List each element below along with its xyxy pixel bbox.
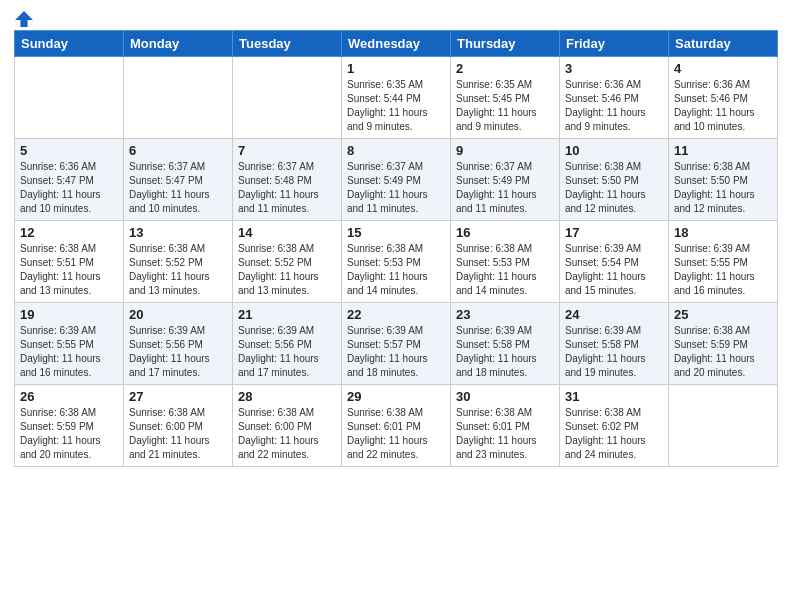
- calendar-cell: 16Sunrise: 6:38 AM Sunset: 5:53 PM Dayli…: [451, 221, 560, 303]
- day-info: Sunrise: 6:38 AM Sunset: 6:02 PM Dayligh…: [565, 406, 663, 462]
- day-info: Sunrise: 6:38 AM Sunset: 6:00 PM Dayligh…: [129, 406, 227, 462]
- calendar-cell: 26Sunrise: 6:38 AM Sunset: 5:59 PM Dayli…: [15, 385, 124, 467]
- day-number: 21: [238, 307, 336, 322]
- day-number: 15: [347, 225, 445, 240]
- weekday-header-row: SundayMondayTuesdayWednesdayThursdayFrid…: [15, 31, 778, 57]
- day-info: Sunrise: 6:37 AM Sunset: 5:47 PM Dayligh…: [129, 160, 227, 216]
- day-info: Sunrise: 6:39 AM Sunset: 5:56 PM Dayligh…: [238, 324, 336, 380]
- calendar-cell: 10Sunrise: 6:38 AM Sunset: 5:50 PM Dayli…: [560, 139, 669, 221]
- day-info: Sunrise: 6:37 AM Sunset: 5:49 PM Dayligh…: [456, 160, 554, 216]
- calendar-cell: 2Sunrise: 6:35 AM Sunset: 5:45 PM Daylig…: [451, 57, 560, 139]
- calendar-week-row: 26Sunrise: 6:38 AM Sunset: 5:59 PM Dayli…: [15, 385, 778, 467]
- calendar-cell: 23Sunrise: 6:39 AM Sunset: 5:58 PM Dayli…: [451, 303, 560, 385]
- calendar-week-row: 5Sunrise: 6:36 AM Sunset: 5:47 PM Daylig…: [15, 139, 778, 221]
- day-info: Sunrise: 6:38 AM Sunset: 5:50 PM Dayligh…: [565, 160, 663, 216]
- calendar-cell: [233, 57, 342, 139]
- day-number: 8: [347, 143, 445, 158]
- day-info: Sunrise: 6:38 AM Sunset: 5:52 PM Dayligh…: [238, 242, 336, 298]
- day-info: Sunrise: 6:39 AM Sunset: 5:56 PM Dayligh…: [129, 324, 227, 380]
- day-info: Sunrise: 6:39 AM Sunset: 5:54 PM Dayligh…: [565, 242, 663, 298]
- calendar-cell: 4Sunrise: 6:36 AM Sunset: 5:46 PM Daylig…: [669, 57, 778, 139]
- day-info: Sunrise: 6:38 AM Sunset: 6:00 PM Dayligh…: [238, 406, 336, 462]
- day-number: 18: [674, 225, 772, 240]
- day-number: 30: [456, 389, 554, 404]
- day-number: 28: [238, 389, 336, 404]
- day-info: Sunrise: 6:39 AM Sunset: 5:58 PM Dayligh…: [565, 324, 663, 380]
- calendar-cell: 17Sunrise: 6:39 AM Sunset: 5:54 PM Dayli…: [560, 221, 669, 303]
- day-number: 31: [565, 389, 663, 404]
- day-info: Sunrise: 6:38 AM Sunset: 5:51 PM Dayligh…: [20, 242, 118, 298]
- calendar-cell: 5Sunrise: 6:36 AM Sunset: 5:47 PM Daylig…: [15, 139, 124, 221]
- day-number: 9: [456, 143, 554, 158]
- calendar-cell: 13Sunrise: 6:38 AM Sunset: 5:52 PM Dayli…: [124, 221, 233, 303]
- header: [14, 10, 778, 26]
- day-info: Sunrise: 6:35 AM Sunset: 5:44 PM Dayligh…: [347, 78, 445, 134]
- day-info: Sunrise: 6:38 AM Sunset: 6:01 PM Dayligh…: [456, 406, 554, 462]
- weekday-header-friday: Friday: [560, 31, 669, 57]
- calendar-cell: 15Sunrise: 6:38 AM Sunset: 5:53 PM Dayli…: [342, 221, 451, 303]
- calendar-cell: 21Sunrise: 6:39 AM Sunset: 5:56 PM Dayli…: [233, 303, 342, 385]
- day-info: Sunrise: 6:36 AM Sunset: 5:46 PM Dayligh…: [565, 78, 663, 134]
- calendar-week-row: 19Sunrise: 6:39 AM Sunset: 5:55 PM Dayli…: [15, 303, 778, 385]
- page-container: SundayMondayTuesdayWednesdayThursdayFrid…: [0, 0, 792, 473]
- calendar-cell: 29Sunrise: 6:38 AM Sunset: 6:01 PM Dayli…: [342, 385, 451, 467]
- day-info: Sunrise: 6:38 AM Sunset: 5:59 PM Dayligh…: [674, 324, 772, 380]
- day-number: 10: [565, 143, 663, 158]
- weekday-header-saturday: Saturday: [669, 31, 778, 57]
- day-info: Sunrise: 6:37 AM Sunset: 5:49 PM Dayligh…: [347, 160, 445, 216]
- day-number: 14: [238, 225, 336, 240]
- calendar-cell: 14Sunrise: 6:38 AM Sunset: 5:52 PM Dayli…: [233, 221, 342, 303]
- calendar-cell: 3Sunrise: 6:36 AM Sunset: 5:46 PM Daylig…: [560, 57, 669, 139]
- day-info: Sunrise: 6:36 AM Sunset: 5:47 PM Dayligh…: [20, 160, 118, 216]
- weekday-header-tuesday: Tuesday: [233, 31, 342, 57]
- day-number: 29: [347, 389, 445, 404]
- calendar-cell: 18Sunrise: 6:39 AM Sunset: 5:55 PM Dayli…: [669, 221, 778, 303]
- day-number: 4: [674, 61, 772, 76]
- day-number: 6: [129, 143, 227, 158]
- day-info: Sunrise: 6:38 AM Sunset: 5:52 PM Dayligh…: [129, 242, 227, 298]
- calendar-cell: [669, 385, 778, 467]
- logo-icon: [15, 10, 33, 28]
- calendar-cell: 19Sunrise: 6:39 AM Sunset: 5:55 PM Dayli…: [15, 303, 124, 385]
- calendar-cell: 28Sunrise: 6:38 AM Sunset: 6:00 PM Dayli…: [233, 385, 342, 467]
- day-number: 16: [456, 225, 554, 240]
- calendar-cell: 31Sunrise: 6:38 AM Sunset: 6:02 PM Dayli…: [560, 385, 669, 467]
- calendar-cell: [15, 57, 124, 139]
- day-number: 23: [456, 307, 554, 322]
- day-info: Sunrise: 6:38 AM Sunset: 5:53 PM Dayligh…: [456, 242, 554, 298]
- day-info: Sunrise: 6:36 AM Sunset: 5:46 PM Dayligh…: [674, 78, 772, 134]
- day-number: 19: [20, 307, 118, 322]
- day-info: Sunrise: 6:37 AM Sunset: 5:48 PM Dayligh…: [238, 160, 336, 216]
- calendar-cell: 12Sunrise: 6:38 AM Sunset: 5:51 PM Dayli…: [15, 221, 124, 303]
- logo: [14, 14, 33, 26]
- calendar-cell: 22Sunrise: 6:39 AM Sunset: 5:57 PM Dayli…: [342, 303, 451, 385]
- calendar-week-row: 12Sunrise: 6:38 AM Sunset: 5:51 PM Dayli…: [15, 221, 778, 303]
- calendar-table: SundayMondayTuesdayWednesdayThursdayFrid…: [14, 30, 778, 467]
- day-number: 22: [347, 307, 445, 322]
- calendar-cell: 25Sunrise: 6:38 AM Sunset: 5:59 PM Dayli…: [669, 303, 778, 385]
- day-info: Sunrise: 6:39 AM Sunset: 5:55 PM Dayligh…: [20, 324, 118, 380]
- calendar-cell: 24Sunrise: 6:39 AM Sunset: 5:58 PM Dayli…: [560, 303, 669, 385]
- calendar-cell: 20Sunrise: 6:39 AM Sunset: 5:56 PM Dayli…: [124, 303, 233, 385]
- day-number: 3: [565, 61, 663, 76]
- day-number: 11: [674, 143, 772, 158]
- day-number: 1: [347, 61, 445, 76]
- calendar-cell: 7Sunrise: 6:37 AM Sunset: 5:48 PM Daylig…: [233, 139, 342, 221]
- day-number: 13: [129, 225, 227, 240]
- day-info: Sunrise: 6:39 AM Sunset: 5:55 PM Dayligh…: [674, 242, 772, 298]
- calendar-cell: 6Sunrise: 6:37 AM Sunset: 5:47 PM Daylig…: [124, 139, 233, 221]
- calendar-cell: 1Sunrise: 6:35 AM Sunset: 5:44 PM Daylig…: [342, 57, 451, 139]
- day-info: Sunrise: 6:38 AM Sunset: 5:53 PM Dayligh…: [347, 242, 445, 298]
- calendar-week-row: 1Sunrise: 6:35 AM Sunset: 5:44 PM Daylig…: [15, 57, 778, 139]
- svg-marker-0: [15, 11, 33, 27]
- day-info: Sunrise: 6:38 AM Sunset: 5:50 PM Dayligh…: [674, 160, 772, 216]
- day-number: 24: [565, 307, 663, 322]
- day-number: 12: [20, 225, 118, 240]
- calendar-cell: 9Sunrise: 6:37 AM Sunset: 5:49 PM Daylig…: [451, 139, 560, 221]
- day-info: Sunrise: 6:39 AM Sunset: 5:58 PM Dayligh…: [456, 324, 554, 380]
- day-number: 17: [565, 225, 663, 240]
- day-number: 27: [129, 389, 227, 404]
- day-number: 5: [20, 143, 118, 158]
- weekday-header-thursday: Thursday: [451, 31, 560, 57]
- calendar-cell: [124, 57, 233, 139]
